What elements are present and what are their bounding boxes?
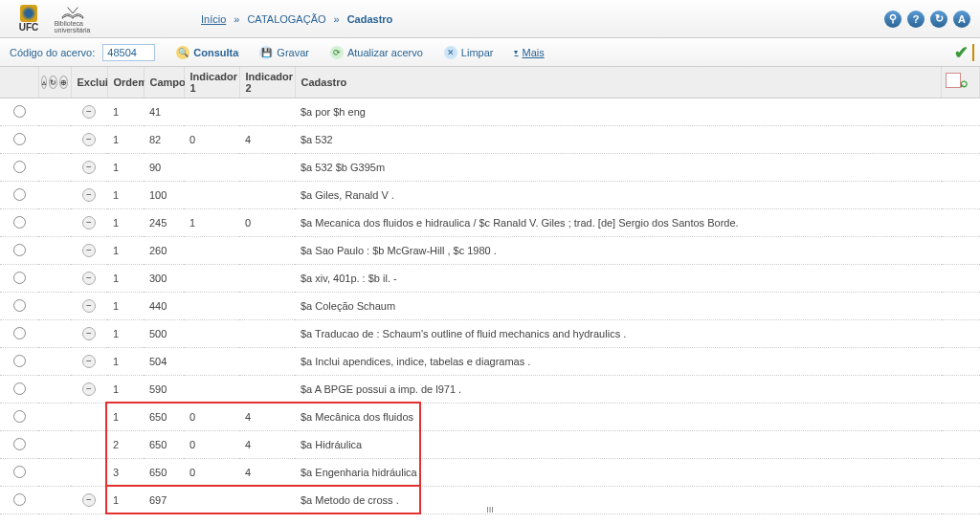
remove-row-icon[interactable]: − [82, 244, 96, 257]
cell-campo: 590 [144, 376, 184, 404]
cell-ind1 [184, 320, 239, 348]
limpar-button[interactable]: ✕ Limpar [444, 46, 494, 59]
breadcrumb-inicio[interactable]: Início [201, 13, 226, 25]
header-row: ▵ ↻ ⊕ Excluir Ordem Campo Indicador 1 In… [0, 67, 980, 98]
table-row[interactable]: −141$a por $h eng [0, 98, 980, 126]
cell-ind2 [239, 265, 295, 293]
copy-icon[interactable] [947, 75, 956, 88]
cell-ordem: 1 [107, 320, 144, 348]
ufc-logo: UFC [10, 5, 48, 33]
expand-all-icon[interactable]: ▵ [41, 76, 47, 89]
cell-campo: 650 [144, 431, 184, 459]
row-radio[interactable] [13, 355, 26, 367]
row-radio[interactable] [13, 216, 26, 229]
magnify-icon[interactable]: ⌕ [960, 75, 968, 90]
row-radio[interactable] [13, 105, 26, 118]
refresh-icon: ⟳ [330, 46, 344, 59]
remove-row-icon[interactable]: − [82, 355, 96, 368]
remove-row-icon[interactable]: − [82, 161, 96, 174]
gravar-label: Gravar [277, 47, 309, 58]
gravar-button[interactable]: 💾 Gravar [259, 46, 309, 59]
header-cadastro[interactable]: Cadastro [295, 67, 942, 98]
cell-ind1: 0 [184, 404, 239, 431]
collapse-all-icon[interactable]: ↻ [49, 76, 57, 89]
table-row[interactable]: −1504$a Inclui apendices, indice, tabela… [0, 348, 980, 376]
mais-button[interactable]: ▾ Mais [514, 47, 544, 58]
cell-ind2 [239, 182, 295, 209]
cell-ind2 [239, 98, 295, 126]
header-ind1[interactable]: Indicador 1 [184, 67, 239, 98]
cell-ind2 [239, 487, 295, 514]
remove-row-icon[interactable]: − [82, 105, 96, 119]
row-radio[interactable] [13, 133, 26, 145]
consulta-button[interactable]: 🔍 Consulta [176, 46, 238, 59]
cell-cadastro: $a Mecânica dos fluidos [295, 404, 980, 431]
remove-row-icon[interactable]: − [82, 299, 96, 313]
row-radio[interactable] [13, 493, 26, 506]
cell-ind2 [239, 320, 295, 348]
table-row[interactable]: −1260$a Sao Paulo : $b McGraw-Hill , $c … [0, 237, 980, 265]
cell-ind1: 0 [184, 459, 239, 487]
table-row[interactable]: −1590$a A BPGE possui a imp. de l971 . [0, 376, 980, 404]
cell-ind1 [184, 293, 239, 320]
remove-row-icon[interactable]: − [82, 188, 96, 202]
check-icon[interactable]: ✔ [954, 42, 969, 63]
table-body: −141$a por $h eng−18204$a 532−190$a 532 … [0, 98, 980, 514]
row-radio[interactable] [13, 161, 26, 173]
row-radio[interactable] [13, 244, 26, 256]
header-excluir[interactable]: Excluir [71, 67, 107, 98]
table-row[interactable]: −1500$a Traducao de : Schaum's outline o… [0, 320, 980, 348]
header-ordem[interactable]: Ordem [107, 67, 144, 98]
accent-bar [972, 44, 974, 61]
cell-campo: 245 [144, 209, 184, 237]
row-radio[interactable] [13, 438, 26, 450]
codigo-input[interactable] [102, 44, 155, 61]
library-text: Biblioteca universitária [55, 20, 91, 33]
consulta-label: Consulta [193, 47, 238, 58]
cell-ordem: 1 [107, 293, 144, 320]
row-radio[interactable] [13, 327, 26, 339]
row-radio[interactable] [13, 188, 26, 201]
tree-icon[interactable]: ⊕ [59, 76, 68, 89]
remove-row-icon[interactable]: − [82, 493, 96, 507]
table-row[interactable]: −1300$a xiv, 401p. : $b il. - [0, 265, 980, 293]
breadcrumb-sep: » [334, 13, 340, 25]
table-row[interactable]: −1440$a Coleção Schaum [0, 293, 980, 320]
row-radio[interactable] [13, 410, 26, 423]
cell-ordem: 1 [107, 265, 144, 293]
table-row[interactable]: −190$a 532 $b G395m [0, 154, 980, 182]
atualizar-button[interactable]: ⟳ Atualizar acervo [330, 46, 423, 59]
cell-ordem: 1 [107, 126, 144, 154]
globe-icon[interactable]: ⚲ [884, 11, 902, 28]
table-row[interactable]: 365004$a Engenharia hidráulica [0, 459, 980, 487]
table-row[interactable]: −124510$a Mecanica dos fluidos e hidraul… [0, 209, 980, 237]
remove-row-icon[interactable]: − [82, 382, 96, 396]
codigo-label: Código do acervo: [10, 47, 95, 58]
table-row[interactable]: −1100$a Giles, Ranald V . [0, 182, 980, 209]
row-radio[interactable] [13, 382, 26, 395]
letter-a-icon[interactable]: A [953, 11, 970, 28]
scroll-hint: III [486, 505, 494, 514]
cell-ind1 [184, 237, 239, 265]
remove-row-icon[interactable]: − [82, 327, 96, 340]
row-radio[interactable] [13, 272, 26, 284]
remove-row-icon[interactable]: − [82, 272, 96, 285]
header-ind2[interactable]: Indicador 2 [239, 67, 295, 98]
remove-row-icon[interactable]: − [82, 216, 96, 229]
mais-label: Mais [522, 47, 544, 58]
cell-campo: 504 [144, 348, 184, 376]
header-campo[interactable]: Campo [144, 67, 184, 98]
table-row[interactable]: −18204$a 532 [0, 126, 980, 154]
cell-campo: 90 [144, 154, 184, 182]
table-row[interactable]: 265004$a Hidráulica [0, 431, 980, 459]
logo-area: UFC Biblioteca universitária [10, 5, 201, 33]
cell-ind2: 4 [239, 126, 295, 154]
remove-row-icon[interactable]: − [82, 133, 96, 146]
row-radio[interactable] [13, 299, 26, 312]
cell-ind1 [184, 265, 239, 293]
cell-ordem: 1 [107, 154, 144, 182]
refresh-icon[interactable]: ↻ [930, 11, 947, 28]
table-row[interactable]: 165004$a Mecânica dos fluidos [0, 404, 980, 431]
row-radio[interactable] [13, 466, 26, 478]
help-icon[interactable]: ? [907, 11, 924, 28]
